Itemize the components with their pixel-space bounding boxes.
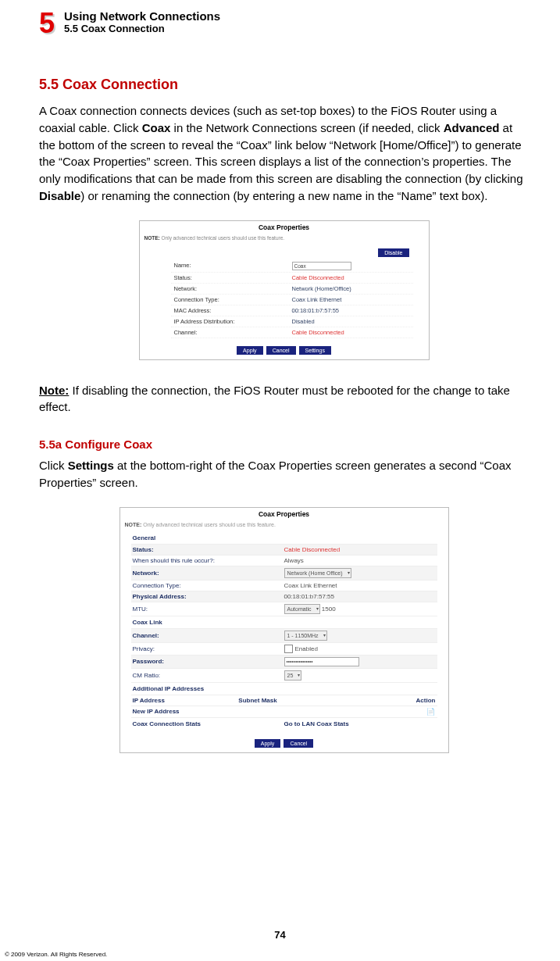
privacy-checkbox[interactable] — [284, 645, 293, 653]
privacy-label: Privacy: — [133, 645, 284, 652]
coax-properties-settings-screenshot: Coax Properties NOTE: Only advanced tech… — [119, 507, 449, 753]
coax-bold: Coax — [142, 121, 171, 134]
chapter-title: Using Network Connections — [64, 9, 220, 23]
apply-button[interactable]: Apply — [237, 346, 263, 355]
rule-label: When should this rule occur?: — [133, 557, 284, 564]
note-label: NOTE: — [144, 235, 160, 241]
apply-button[interactable]: Apply — [255, 739, 281, 748]
action-col: Action — [344, 697, 435, 704]
disable-button[interactable]: Disable — [378, 248, 408, 257]
status-label: Status: — [133, 546, 284, 553]
chapter-titles: Using Network Connections 5.5 Coax Conne… — [64, 9, 220, 34]
connection-type-label: Connection Type: — [133, 582, 284, 589]
physical-address-label: Physical Address: — [133, 593, 284, 600]
network-select[interactable]: Network (Home Office) — [284, 568, 351, 578]
note-paragraph: Note: If disabling the connection, the F… — [39, 382, 529, 416]
connection-type-value: Coax Link Ethernet — [292, 296, 410, 303]
network-value: Network (Home/Office) — [292, 285, 410, 292]
general-section: General — [131, 532, 437, 545]
connection-type-value: Coax Link Ethernet — [284, 582, 436, 589]
note-label: Note: — [39, 384, 69, 397]
dialog-title: Coax Properties — [120, 508, 448, 520]
chapter-header: 5 Using Network Connections 5.5 Coax Con… — [39, 9, 529, 38]
channel-value: Cable Disconnected — [292, 329, 410, 336]
mtu-select[interactable]: Automatic — [284, 604, 320, 614]
stats-link[interactable]: Go to LAN Coax Stats — [284, 720, 436, 727]
privacy-value: Enabled — [295, 645, 318, 652]
rule-value: Always — [284, 557, 436, 564]
password-input[interactable]: ••••••••••••••• — [284, 657, 359, 666]
settings-bold: Settings — [68, 459, 114, 472]
disable-bold: Disable — [39, 189, 80, 202]
new-ip-row: New IP Address 📄 — [131, 706, 437, 718]
mtu-label: MTU: — [133, 606, 284, 613]
dialog-note: NOTE: Only advanced technical users shou… — [140, 234, 429, 244]
page-number: 74 — [0, 929, 560, 941]
dialog-note: NOTE: Only advanced technical users shou… — [120, 520, 448, 531]
chapter-number: 5 — [39, 9, 55, 38]
password-label: Password: — [133, 658, 284, 665]
coax-link-section: Coax Link — [131, 616, 437, 629]
additional-ip-section: Additional IP Addresses — [131, 683, 437, 695]
para1-text: in the Network Connections screen (if ne… — [170, 121, 443, 134]
channel-label: Channel: — [133, 632, 284, 639]
network-label: Network: — [174, 285, 292, 292]
copyright: © 2009 Verizon. All Rights Reserved. — [5, 951, 107, 958]
intro-paragraph: A Coax connection connects devices (such… — [39, 102, 529, 205]
mtu-value: 1500 — [322, 606, 336, 613]
status-value: Cable Disconnected — [284, 546, 436, 553]
ip-address-col: IP Address — [133, 697, 239, 704]
dialog-title: Coax Properties — [140, 221, 429, 234]
cm-ratio-label: CM Ratio: — [133, 672, 284, 679]
ip-dist-label: IP Address Distribution: — [174, 318, 292, 325]
status-value: Cable Disconnected — [292, 274, 410, 281]
note-body: If disabling the connection, the FiOS Ro… — [39, 384, 510, 414]
stats-label: Coax Connection Stats — [133, 720, 284, 727]
name-label: Name: — [174, 262, 292, 270]
channel-label: Channel: — [174, 329, 292, 336]
note-label: NOTE: — [125, 522, 142, 527]
section-heading: 5.5 Coax Connection — [39, 77, 529, 93]
subnet-mask-col: Subnet Mask — [238, 697, 344, 704]
add-icon[interactable]: 📄 — [344, 708, 435, 716]
configure-paragraph: Click Settings at the bottom-right of th… — [39, 457, 529, 491]
mac-label: MAC Address: — [174, 307, 292, 314]
status-label: Status: — [174, 274, 292, 281]
coax-properties-screenshot: Coax Properties NOTE: Only advanced tech… — [139, 220, 430, 360]
name-input[interactable]: Coax — [292, 262, 351, 270]
subsection-heading: 5.5a Configure Coax — [39, 438, 529, 451]
additional-ip-header: IP Address Subnet Mask Action — [131, 695, 437, 706]
cancel-button[interactable]: Cancel — [266, 346, 296, 355]
para2-text: Click — [39, 459, 68, 472]
new-ip-link[interactable]: New IP Address — [133, 708, 239, 716]
physical-address-value: 00:18:01:b7:57:55 — [284, 593, 436, 600]
advanced-bold: Advanced — [444, 121, 500, 134]
settings-button[interactable]: Settings — [299, 346, 331, 355]
connection-type-label: Connection Type: — [174, 296, 292, 303]
para1-text: ) or renaming the connection (by enterin… — [80, 189, 487, 202]
note-text: Only advanced technical users should use… — [143, 522, 276, 527]
cm-ratio-select[interactable]: 25 — [284, 670, 302, 681]
network-label: Network: — [133, 570, 284, 577]
cancel-button[interactable]: Cancel — [284, 739, 313, 748]
note-text: Only advanced technical users should use… — [162, 235, 285, 241]
mac-value: 00:18:01:b7:57:55 — [292, 307, 410, 314]
channel-select[interactable]: 1 - 1150MHz — [284, 631, 327, 641]
ip-dist-value: Disabled — [292, 318, 410, 325]
chapter-subtitle: 5.5 Coax Connection — [64, 23, 220, 34]
